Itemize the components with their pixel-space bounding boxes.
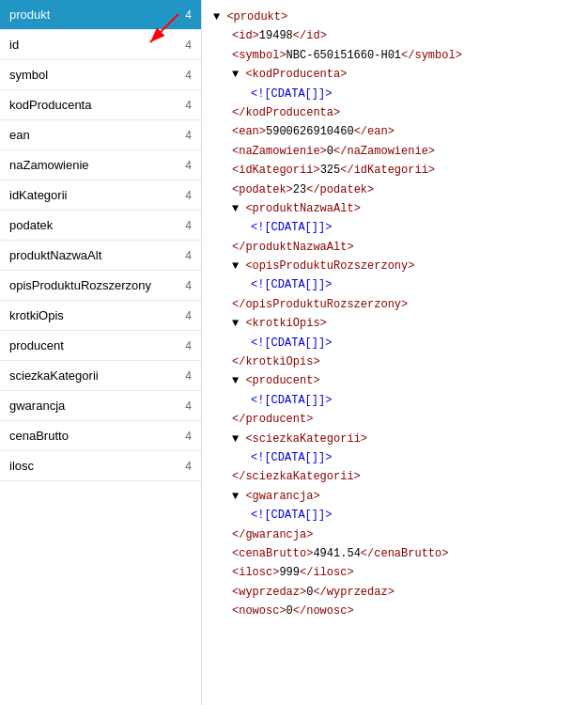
xml-line: <naZamowienie>0</naZamowienie> [213, 142, 577, 161]
xml-line[interactable]: ▼ <opisProduktuRozszerzony> [213, 257, 577, 275]
left-item-ilosc[interactable]: ilosc4 [0, 451, 201, 481]
left-item-produktnazwaalt[interactable]: produktNazwaAlt4 [0, 241, 201, 271]
left-item-count: 4 [177, 159, 192, 172]
left-item-label: sciezkaKategorii [9, 368, 99, 383]
left-item-label: cenaBrutto [9, 429, 69, 443]
xml-line: <cenaBrutto>4941.54</cenaBrutto> [213, 544, 577, 563]
xml-tree-panel: ▼ <produkt><id>19498</id><symbol>NBC-650… [202, 0, 588, 705]
left-item-kodproducenta[interactable]: kodProducenta4 [0, 90, 201, 120]
left-item-nazamowienie[interactable]: naZamowienie4 [0, 150, 201, 180]
xml-line: </krotkiOpis> [213, 352, 577, 371]
left-item-count: 4 [177, 460, 192, 473]
xml-line: <![CDATA[]]> [213, 275, 577, 294]
xml-line: <symbol>NBC-650i51660-H01</symbol> [213, 46, 577, 65]
left-item-cenabrutto[interactable]: cenaBrutto4 [0, 421, 201, 451]
left-item-podatek[interactable]: podatek4 [0, 211, 201, 241]
left-item-count: 4 [177, 430, 192, 443]
left-item-label: gwarancja [9, 399, 65, 413]
left-item-count: 4 [177, 69, 192, 82]
xml-line: <wyprzedaz>0</wyprzedaz> [213, 583, 577, 602]
left-item-gwarancja[interactable]: gwarancja4 [0, 391, 201, 421]
left-item-count: 4 [177, 309, 192, 322]
left-item-count: 4 [177, 369, 192, 383]
xml-line[interactable]: ▼ <produktNazwaAlt> [213, 199, 577, 218]
left-item-label: krotkiOpis [9, 308, 64, 322]
xml-line: <![CDATA[]]> [213, 506, 577, 525]
left-item-label: produkt [9, 8, 50, 22]
left-item-count: 4 [177, 8, 192, 22]
left-item-producent[interactable]: producent4 [0, 331, 201, 361]
left-item-label: id [9, 38, 19, 52]
left-item-label: idKategorii [9, 188, 67, 202]
xml-line[interactable]: ▼ <krotkiOpis> [213, 314, 577, 333]
left-panel: produkt4id4symbol4kodProducenta4ean4naZa… [0, 0, 202, 705]
left-item-idkategorii[interactable]: idKategorii4 [0, 180, 201, 211]
xml-tree-container: ▼ <produkt><id>19498</id><symbol>NBC-650… [213, 8, 577, 621]
xml-line[interactable]: ▼ <produkt> [213, 8, 577, 26]
left-item-label: podatek [9, 218, 53, 232]
xml-line: <idKategorii>325</idKategorii> [213, 161, 577, 180]
left-item-opisprodukturozszerzony[interactable]: opisProduktuRozszerzony4 [0, 271, 201, 301]
left-items-container: produkt4id4symbol4kodProducenta4ean4naZa… [0, 0, 201, 481]
xml-line: <podatek>23</podatek> [213, 180, 577, 199]
xml-line: </sciezkaKategorii> [213, 467, 577, 486]
xml-line[interactable]: ▼ <gwarancja> [213, 487, 577, 506]
xml-line: <![CDATA[]]> [213, 218, 577, 237]
xml-line[interactable]: ▼ <sciezkaKategorii> [213, 430, 577, 448]
left-item-id[interactable]: id4 [0, 30, 201, 60]
left-item-label: opisProduktuRozszerzony [9, 278, 151, 292]
left-item-count: 4 [177, 39, 192, 52]
xml-line: <![CDATA[]]> [213, 334, 577, 352]
left-item-label: kodProducenta [9, 98, 91, 112]
left-item-produkt[interactable]: produkt4 [0, 0, 201, 30]
xml-line: <nowosc>0</nowosc> [213, 602, 577, 620]
left-item-sciezkakategorii[interactable]: sciezkaKategorii4 [0, 361, 201, 391]
left-item-label: naZamowienie [9, 158, 89, 172]
left-item-count: 4 [177, 249, 192, 262]
left-item-count: 4 [177, 339, 192, 352]
left-item-count: 4 [177, 99, 192, 112]
left-item-count: 4 [177, 400, 192, 413]
xml-line: <![CDATA[]]> [213, 448, 577, 467]
left-item-count: 4 [177, 279, 192, 292]
xml-line: </producent> [213, 410, 577, 429]
xml-line[interactable]: ▼ <kodProducenta> [213, 65, 577, 84]
xml-line: <ilosc>999</ilosc> [213, 563, 577, 582]
left-item-count: 4 [177, 129, 192, 142]
page-wrapper: produkt4id4symbol4kodProducenta4ean4naZa… [0, 0, 588, 705]
left-item-ean[interactable]: ean4 [0, 120, 201, 150]
left-item-symbol[interactable]: symbol4 [0, 60, 201, 90]
left-item-label: symbol [9, 68, 48, 82]
xml-line: </opisProduktuRozszerzony> [213, 295, 577, 314]
xml-line: </gwarancja> [213, 525, 577, 544]
left-item-count: 4 [177, 189, 192, 202]
xml-line[interactable]: ▼ <producent> [213, 371, 577, 390]
left-item-label: produktNazwaAlt [9, 248, 101, 262]
xml-line: </kodProducenta> [213, 103, 577, 122]
left-item-label: ean [9, 128, 30, 142]
left-item-label: ilosc [9, 459, 34, 473]
left-item-krotkiopis[interactable]: krotkiOpis4 [0, 301, 201, 331]
left-item-count: 4 [177, 219, 192, 232]
xml-line: <ean>5900626910460</ean> [213, 122, 577, 141]
xml-line: <id>19498</id> [213, 26, 577, 45]
xml-line: <![CDATA[]]> [213, 85, 577, 103]
xml-line: </produktNazwaAlt> [213, 238, 577, 257]
xml-line: <![CDATA[]]> [213, 391, 577, 410]
left-item-label: producent [9, 338, 64, 352]
